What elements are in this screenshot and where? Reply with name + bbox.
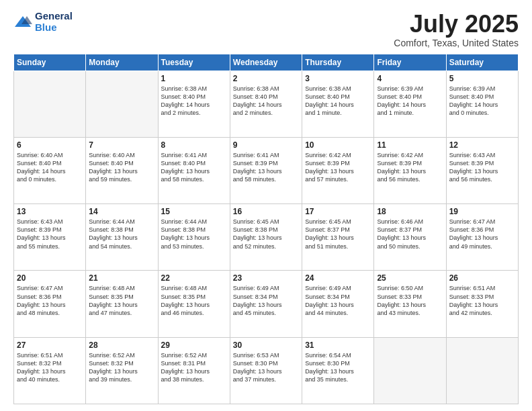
header: General Blue July 2025 Comfort, Texas, U… — [13, 11, 519, 48]
day-number: 2 — [233, 74, 299, 83]
cell-content: Sunrise: 6:50 AM Sunset: 8:33 PM Dayligh… — [377, 284, 443, 317]
calendar-cell: 3Sunrise: 6:38 AM Sunset: 8:40 PM Daylig… — [302, 71, 374, 137]
calendar-cell: 22Sunrise: 6:48 AM Sunset: 8:35 PM Dayli… — [158, 271, 230, 337]
day-number: 30 — [233, 340, 299, 350]
day-number: 18 — [377, 207, 443, 216]
cell-content: Sunrise: 6:47 AM Sunset: 8:36 PM Dayligh… — [449, 218, 515, 250]
calendar-week-row: 1Sunrise: 6:38 AM Sunset: 8:40 PM Daylig… — [14, 71, 519, 137]
cell-content: Sunrise: 6:44 AM Sunset: 8:38 PM Dayligh… — [89, 218, 154, 250]
calendar-cell: 2Sunrise: 6:38 AM Sunset: 8:40 PM Daylig… — [230, 71, 302, 137]
cell-content: Sunrise: 6:47 AM Sunset: 8:36 PM Dayligh… — [17, 284, 83, 317]
cell-content: Sunrise: 6:54 AM Sunset: 8:30 PM Dayligh… — [305, 351, 371, 384]
calendar-day-header: Sunday — [14, 54, 86, 71]
calendar-cell: 8Sunrise: 6:41 AM Sunset: 8:40 PM Daylig… — [158, 137, 230, 203]
day-number: 1 — [161, 74, 227, 83]
day-number: 23 — [233, 273, 299, 283]
calendar-day-header: Thursday — [302, 54, 374, 71]
month-title: July 2025 — [394, 11, 519, 38]
calendar-cell: 24Sunrise: 6:49 AM Sunset: 8:34 PM Dayli… — [302, 271, 374, 337]
day-number: 12 — [449, 140, 515, 150]
day-number: 22 — [161, 273, 227, 283]
calendar-cell: 19Sunrise: 6:47 AM Sunset: 8:36 PM Dayli… — [446, 204, 518, 271]
cell-content: Sunrise: 6:39 AM Sunset: 8:40 PM Dayligh… — [449, 85, 515, 118]
day-number: 17 — [305, 207, 371, 216]
day-number: 21 — [89, 273, 154, 283]
calendar-cell: 15Sunrise: 6:44 AM Sunset: 8:38 PM Dayli… — [158, 204, 230, 271]
logo-text-blue: Blue — [35, 22, 73, 34]
day-number: 14 — [89, 207, 154, 216]
calendar-cell: 18Sunrise: 6:46 AM Sunset: 8:37 PM Dayli… — [374, 204, 446, 271]
cell-content: Sunrise: 6:48 AM Sunset: 8:35 PM Dayligh… — [89, 284, 154, 317]
day-number: 20 — [17, 273, 83, 283]
calendar-cell: 27Sunrise: 6:51 AM Sunset: 8:32 PM Dayli… — [14, 337, 86, 404]
cell-content: Sunrise: 6:43 AM Sunset: 8:39 PM Dayligh… — [17, 218, 83, 250]
calendar-cell: 29Sunrise: 6:52 AM Sunset: 8:31 PM Dayli… — [158, 337, 230, 404]
calendar-cell: 9Sunrise: 6:41 AM Sunset: 8:39 PM Daylig… — [230, 137, 302, 203]
day-number: 31 — [305, 340, 371, 350]
day-number: 15 — [161, 207, 227, 216]
cell-content: Sunrise: 6:48 AM Sunset: 8:35 PM Dayligh… — [161, 284, 227, 317]
cell-content: Sunrise: 6:38 AM Sunset: 8:40 PM Dayligh… — [305, 85, 371, 118]
logo-text-general: General — [35, 11, 73, 22]
cell-content: Sunrise: 6:51 AM Sunset: 8:33 PM Dayligh… — [449, 284, 515, 317]
day-number: 13 — [17, 207, 83, 216]
calendar-cell — [86, 71, 158, 137]
logo: General Blue — [13, 11, 73, 33]
calendar-cell: 7Sunrise: 6:40 AM Sunset: 8:40 PM Daylig… — [86, 137, 158, 203]
calendar-cell: 10Sunrise: 6:42 AM Sunset: 8:39 PM Dayli… — [302, 137, 374, 203]
cell-content: Sunrise: 6:49 AM Sunset: 8:34 PM Dayligh… — [305, 284, 371, 317]
cell-content: Sunrise: 6:40 AM Sunset: 8:40 PM Dayligh… — [89, 151, 154, 184]
calendar-cell — [374, 337, 446, 404]
calendar-cell: 1Sunrise: 6:38 AM Sunset: 8:40 PM Daylig… — [158, 71, 230, 137]
cell-content: Sunrise: 6:41 AM Sunset: 8:39 PM Dayligh… — [233, 151, 299, 184]
day-number: 29 — [161, 340, 227, 350]
location: Comfort, Texas, United States — [394, 38, 519, 48]
day-number: 9 — [233, 140, 299, 150]
calendar-cell: 16Sunrise: 6:45 AM Sunset: 8:38 PM Dayli… — [230, 204, 302, 271]
cell-content: Sunrise: 6:52 AM Sunset: 8:32 PM Dayligh… — [89, 351, 154, 384]
day-number: 8 — [161, 140, 227, 150]
day-number: 16 — [233, 207, 299, 216]
day-number: 6 — [17, 140, 83, 150]
day-number: 27 — [17, 340, 83, 350]
calendar-day-header: Tuesday — [158, 54, 230, 71]
calendar-cell: 31Sunrise: 6:54 AM Sunset: 8:30 PM Dayli… — [302, 337, 374, 404]
calendar-cell: 30Sunrise: 6:53 AM Sunset: 8:30 PM Dayli… — [230, 337, 302, 404]
title-block: July 2025 Comfort, Texas, United States — [394, 11, 519, 48]
calendar-day-header: Monday — [86, 54, 158, 71]
cell-content: Sunrise: 6:49 AM Sunset: 8:34 PM Dayligh… — [233, 284, 299, 317]
day-number: 26 — [449, 273, 515, 283]
day-number: 19 — [449, 207, 515, 216]
calendar-cell: 28Sunrise: 6:52 AM Sunset: 8:32 PM Dayli… — [86, 337, 158, 404]
calendar-cell: 13Sunrise: 6:43 AM Sunset: 8:39 PM Dayli… — [14, 204, 86, 271]
calendar-cell: 4Sunrise: 6:39 AM Sunset: 8:40 PM Daylig… — [374, 71, 446, 137]
day-number: 28 — [89, 340, 154, 350]
calendar-cell: 6Sunrise: 6:40 AM Sunset: 8:40 PM Daylig… — [14, 137, 86, 203]
calendar-cell: 21Sunrise: 6:48 AM Sunset: 8:35 PM Dayli… — [86, 271, 158, 337]
calendar-week-row: 13Sunrise: 6:43 AM Sunset: 8:39 PM Dayli… — [14, 204, 519, 271]
day-number: 10 — [305, 140, 371, 150]
cell-content: Sunrise: 6:43 AM Sunset: 8:39 PM Dayligh… — [449, 151, 515, 184]
calendar-week-row: 20Sunrise: 6:47 AM Sunset: 8:36 PM Dayli… — [14, 271, 519, 337]
calendar-cell: 12Sunrise: 6:43 AM Sunset: 8:39 PM Dayli… — [446, 137, 518, 203]
day-number: 5 — [449, 74, 515, 83]
cell-content: Sunrise: 6:45 AM Sunset: 8:37 PM Dayligh… — [305, 218, 371, 250]
calendar-cell: 14Sunrise: 6:44 AM Sunset: 8:38 PM Dayli… — [86, 204, 158, 271]
calendar-cell: 20Sunrise: 6:47 AM Sunset: 8:36 PM Dayli… — [14, 271, 86, 337]
day-number: 25 — [377, 273, 443, 283]
cell-content: Sunrise: 6:41 AM Sunset: 8:40 PM Dayligh… — [161, 151, 227, 184]
cell-content: Sunrise: 6:38 AM Sunset: 8:40 PM Dayligh… — [233, 85, 299, 118]
page: General Blue July 2025 Comfort, Texas, U… — [0, 0, 532, 411]
calendar-header-row: SundayMondayTuesdayWednesdayThursdayFrid… — [14, 54, 519, 71]
calendar-cell: 11Sunrise: 6:42 AM Sunset: 8:39 PM Dayli… — [374, 137, 446, 203]
calendar-week-row: 6Sunrise: 6:40 AM Sunset: 8:40 PM Daylig… — [14, 137, 519, 203]
cell-content: Sunrise: 6:51 AM Sunset: 8:32 PM Dayligh… — [17, 351, 83, 384]
calendar-day-header: Wednesday — [230, 54, 302, 71]
cell-content: Sunrise: 6:42 AM Sunset: 8:39 PM Dayligh… — [305, 151, 371, 184]
calendar-cell: 23Sunrise: 6:49 AM Sunset: 8:34 PM Dayli… — [230, 271, 302, 337]
calendar-week-row: 27Sunrise: 6:51 AM Sunset: 8:32 PM Dayli… — [14, 337, 519, 404]
cell-content: Sunrise: 6:39 AM Sunset: 8:40 PM Dayligh… — [377, 85, 443, 118]
day-number: 3 — [305, 74, 371, 83]
calendar-cell: 26Sunrise: 6:51 AM Sunset: 8:33 PM Dayli… — [446, 271, 518, 337]
calendar-table: SundayMondayTuesdayWednesdayThursdayFrid… — [13, 54, 519, 404]
